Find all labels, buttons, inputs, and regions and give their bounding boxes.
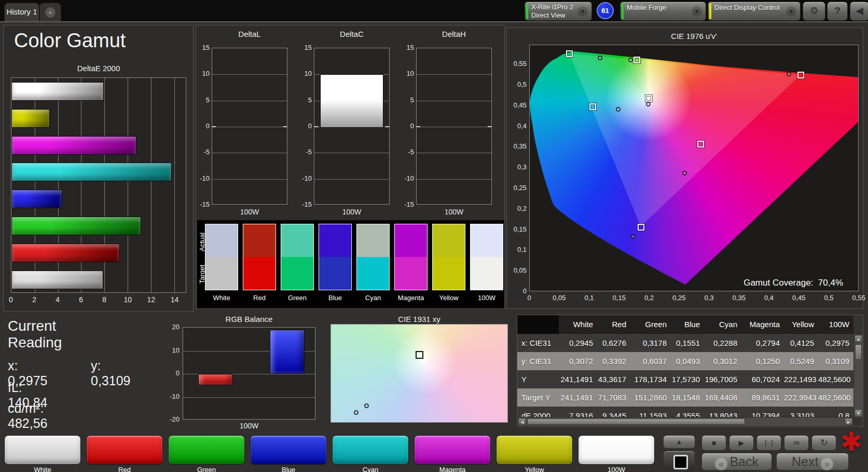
measured-circle-marker <box>631 234 636 239</box>
table-cell: 0,2288 <box>704 334 741 352</box>
scroll-up-icon[interactable]: ▲ <box>855 335 862 343</box>
y-tick-label: -20 <box>164 415 180 423</box>
pattern-size-up-button[interactable]: ▲ <box>663 435 695 449</box>
delta-chart-title: DeltaL <box>212 30 287 38</box>
pattern-button-red[interactable] <box>86 435 163 465</box>
swatch-target <box>357 257 389 290</box>
source-dropdown[interactable]: Mobile Forge ▼ <box>620 2 706 21</box>
swatch-green[interactable] <box>281 224 313 290</box>
y-tick-label: 0 <box>398 122 414 130</box>
table-row[interactable]: Y241,149143,3617178,173417,5730196,70056… <box>517 370 853 388</box>
table-cell: 0,3072 <box>559 352 597 370</box>
top-bar: History 1 + X-Rite i1Pro 2 Direct View ▼… <box>0 0 868 21</box>
y-tick-label: 5 <box>398 96 414 104</box>
table-horizontal-scrollbar[interactable]: ◄ ► <box>517 417 853 426</box>
refresh-button[interactable]: ↻ <box>811 435 836 451</box>
target-square-marker <box>645 95 652 102</box>
table-cell: 0,3109 <box>818 352 853 370</box>
swatch-cyan[interactable] <box>357 224 389 290</box>
chevrons-right-icon: » <box>821 458 833 470</box>
scroll-right-icon[interactable]: ► <box>845 418 852 425</box>
display-control-dropdown[interactable]: Direct Display Control ▼ <box>708 2 801 21</box>
scroll-down-icon[interactable]: ▼ <box>855 409 862 417</box>
pattern-button-cyan[interactable] <box>332 435 409 465</box>
deltae-bar-white <box>11 82 104 101</box>
swatch-label: White <box>203 294 240 302</box>
swatch-target <box>471 257 503 290</box>
table-header-cell: Blue <box>671 315 704 334</box>
y-tick-label: -5 <box>296 148 312 156</box>
pattern-button-label: Magenta <box>414 466 491 472</box>
deltae-bar-yellow <box>11 109 50 128</box>
range-button[interactable]: [··] <box>756 435 781 451</box>
y-tick-label: -5 <box>398 148 414 156</box>
cie-x-tick-label: 0,2 <box>638 294 660 302</box>
swatch-100w[interactable] <box>471 224 503 290</box>
cie-x-tick-label: 0,5 <box>818 294 841 302</box>
gridline <box>417 153 491 153</box>
settings-button[interactable]: ⚙ <box>803 2 825 21</box>
table-row[interactable]: y: CIE310,30720,33920,60370,04930,30120,… <box>517 352 853 370</box>
table-header-cell: White <box>559 315 597 334</box>
swatch-red[interactable] <box>243 224 275 290</box>
swatch-actual <box>357 224 389 257</box>
play-button[interactable]: ▶ <box>729 435 754 451</box>
stop-button[interactable]: ■ <box>701 435 726 451</box>
deltae-bar-100w <box>11 271 103 289</box>
next-button[interactable]: Next » <box>776 453 849 470</box>
swatch-blue[interactable] <box>319 224 351 290</box>
pattern-button-green[interactable] <box>168 435 245 465</box>
table-cell: 222,1493 <box>784 370 818 388</box>
table-header-cell: 100W <box>818 315 853 334</box>
tab-history-1[interactable]: History 1 <box>4 3 39 22</box>
scroll-left-icon[interactable]: ◄ <box>518 418 526 425</box>
loop-button[interactable]: ∞ <box>784 435 809 451</box>
pattern-button-magenta[interactable] <box>414 435 491 465</box>
table-cell: 0,3392 <box>597 352 630 370</box>
deltae-bar-red <box>11 244 120 262</box>
pattern-button-white[interactable] <box>4 435 81 465</box>
help-button[interactable]: ? <box>827 2 848 21</box>
table-header-cell: Magenta <box>741 315 784 334</box>
pattern-button-yellow[interactable] <box>496 435 573 465</box>
plus-icon: + <box>45 7 56 18</box>
table-header-cell <box>517 315 559 334</box>
chevron-left-icon: ◀ <box>856 5 863 16</box>
swatch-magenta[interactable] <box>395 224 427 290</box>
back-button[interactable]: « Back <box>701 453 772 470</box>
rgb-balance-chart <box>183 327 315 420</box>
table-cell: 0,8 <box>818 407 853 418</box>
swatch-white[interactable] <box>205 224 238 290</box>
table-cell: 0,0493 <box>671 352 704 370</box>
pattern-window-button[interactable] <box>663 451 695 470</box>
measured-circle-marker <box>598 56 602 60</box>
row-label: y: CIE31 <box>517 352 559 370</box>
current-reading-title: Current Reading <box>8 318 62 351</box>
rgb-bar-blue <box>270 330 305 374</box>
zero-tick <box>314 126 318 127</box>
collapse-panel-button[interactable]: ◀ <box>850 2 868 21</box>
table-row[interactable]: x: CIE310,29450,62760,31780,15510,22880,… <box>517 334 853 352</box>
table-header-cell: Cyan <box>704 315 741 334</box>
table-row[interactable]: dE 20007,93169,344511,15934,355513,80431… <box>517 407 853 418</box>
y-tick-label: -5 <box>194 148 210 156</box>
delta-bar <box>320 74 383 128</box>
table-vertical-scrollbar[interactable]: ▲ ▼ <box>853 334 863 418</box>
new-tab-button[interactable]: + <box>39 3 61 22</box>
cie-y-tick-label: 0,15 <box>507 225 527 233</box>
table-header-row: WhiteRedGreenBlueCyanMagentaYellow100W <box>517 315 853 334</box>
swatch-strip: Actual Target WhiteRedGreenBlueCyanMagen… <box>197 220 504 308</box>
swatch-yellow[interactable] <box>433 224 465 290</box>
stop-icon: ■ <box>712 439 716 447</box>
gridline <box>417 179 491 180</box>
pattern-button-blue[interactable] <box>250 435 327 465</box>
delta-charts-panel: Actual Target WhiteRedGreenBlueCyanMagen… <box>196 25 505 309</box>
horizontal-scroll-thumb[interactable] <box>527 419 745 425</box>
chevron-down-icon: ▼ <box>577 6 588 17</box>
pattern-button-100w[interactable] <box>578 435 655 465</box>
table-row[interactable]: Target Y241,149171,7083151,286018,154816… <box>517 388 853 407</box>
vertical-scroll-thumb[interactable] <box>855 344 862 360</box>
cie-y-tick-label: 0,55 <box>507 60 527 68</box>
zero-tick <box>488 126 491 127</box>
meter-dropdown[interactable]: X-Rite i1Pro 2 Direct View ▼ <box>525 2 592 21</box>
